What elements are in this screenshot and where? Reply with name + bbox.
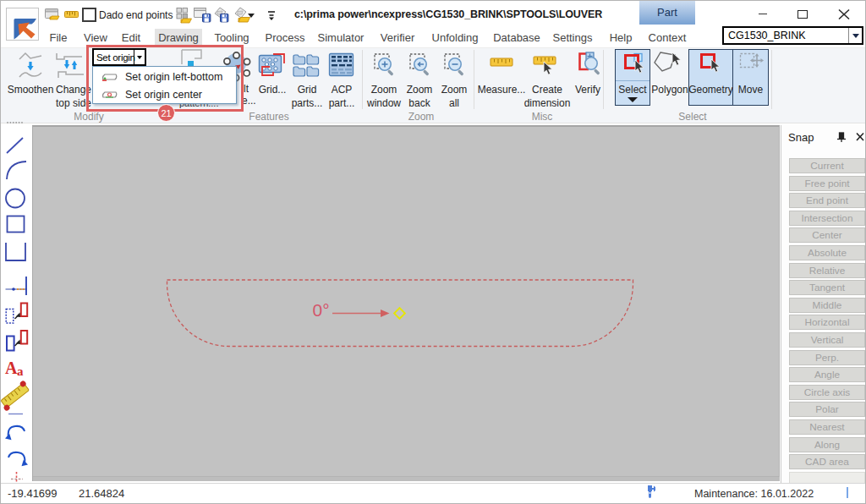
svg-text:0°: 0° bbox=[313, 300, 330, 320]
svg-text:a: a bbox=[17, 364, 24, 378]
svg-text:A: A bbox=[5, 359, 18, 377]
svg-text:lt: lt bbox=[244, 83, 249, 95]
svg-text:e...: e... bbox=[242, 95, 256, 107]
